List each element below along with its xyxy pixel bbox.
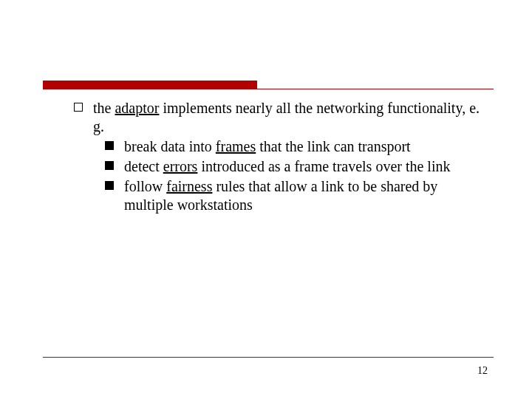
slide-body: the adaptor implements nearly all the ne… (74, 99, 488, 216)
underlined-term: frames (216, 138, 256, 154)
footer-rule (43, 357, 494, 358)
text-fragment: introduced as a frame travels over the l… (197, 158, 450, 174)
text-fragment: the (93, 100, 115, 116)
text-fragment: that the link can transport (256, 138, 410, 154)
bullet-sub: follow fairness rules that allow a link … (105, 177, 488, 214)
text-fragment: detect (124, 158, 163, 174)
bullet-sub: detect errors introduced as a frame trav… (105, 157, 488, 176)
bullet-sub: break data into frames that the link can… (105, 137, 488, 156)
underlined-term: adaptor (115, 100, 159, 116)
bullet-main: the adaptor implements nearly all the ne… (74, 99, 488, 136)
underlined-term: fairness (166, 178, 212, 194)
bullet-sub-text: follow fairness rules that allow a link … (124, 177, 488, 214)
square-open-icon (74, 103, 83, 112)
text-fragment: follow (124, 178, 166, 194)
header-accent-bar (43, 81, 257, 89)
bullet-main-text: the adaptor implements nearly all the ne… (93, 99, 488, 136)
underlined-term: errors (163, 158, 198, 174)
text-fragment: break data into (124, 138, 216, 154)
header-rule (43, 89, 494, 89)
square-solid-icon (105, 161, 114, 170)
bullet-sub-text: break data into frames that the link can… (124, 137, 488, 156)
square-solid-icon (105, 181, 114, 190)
page-number: 12 (477, 365, 488, 377)
square-solid-icon (105, 141, 114, 150)
bullet-sub-text: detect errors introduced as a frame trav… (124, 157, 488, 176)
